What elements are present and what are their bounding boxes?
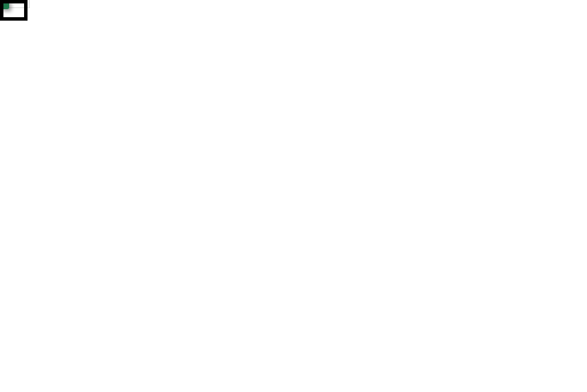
spreadsheet bbox=[0, 0, 587, 392]
that-excel-site-logo bbox=[0, 0, 28, 21]
